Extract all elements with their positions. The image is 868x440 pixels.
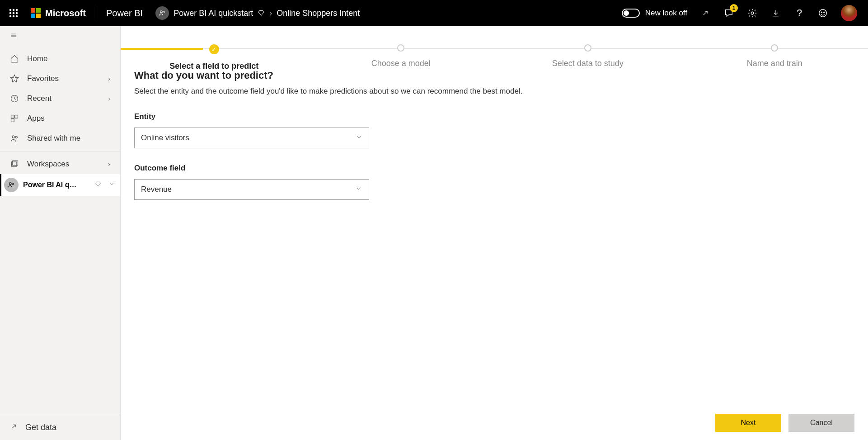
apps-icon [10,114,19,123]
svg-point-14 [824,12,825,13]
nav-home[interactable]: Home [0,49,120,69]
breadcrumb: Power BI AI quickstart › Online Shoppers… [174,9,360,18]
step-choose-model[interactable]: Choose a model [308,44,495,71]
step-select-data[interactable]: Select data to study [494,44,681,71]
get-data-label: Get data [25,423,56,432]
svg-point-24 [12,183,14,185]
step-dot-icon [584,44,591,52]
left-nav: Home Favorites › Recent › Apps Shared wi… [0,26,121,440]
nav-shared[interactable]: Shared with me [0,128,120,148]
breadcrumb-workspace[interactable]: Power BI AI quickstart [174,9,253,18]
chevron-right-icon: › [108,75,110,82]
step-select-field[interactable]: ✓ Select a field to predict [121,44,308,71]
nav-home-label: Home [27,54,47,63]
home-icon [10,54,19,63]
entity-select-value: Online visitors [141,133,189,142]
nav-favorites[interactable]: Favorites › [0,69,120,89]
outcome-select[interactable]: Revenue [134,179,369,200]
new-look-toggle[interactable]: New look off [622,9,687,18]
notification-badge: 1 [730,4,738,12]
get-data-button[interactable]: Get data [0,415,120,440]
svg-rect-17 [15,115,18,118]
step-name-train[interactable]: Name and train [681,44,868,71]
workspaces-icon [10,160,19,169]
chevron-right-icon: › [269,9,272,18]
hamburger-icon [9,33,18,40]
svg-point-8 [16,16,18,17]
step-1-label: Select a field to predict [169,62,258,71]
outcome-select-value: Revenue [141,185,172,194]
new-look-label: New look off [645,9,687,18]
nav-active-workspace-label: Power BI AI q… [23,181,77,189]
waffle-icon [9,9,18,18]
form-title: What do you want to predict? [134,70,854,81]
next-button[interactable]: Next [715,414,781,432]
gear-icon [747,8,757,18]
help-button[interactable]: ? [794,8,805,19]
toggle-switch-icon [622,9,640,18]
workspace-avatar-icon [4,178,19,192]
notifications-button[interactable]: 1 [723,8,734,19]
step-4-label: Name and train [747,59,802,68]
feedback-button[interactable] [817,8,828,19]
microsoft-label: Microsoft [45,8,86,19]
microsoft-brand[interactable]: Microsoft [31,8,86,19]
nav-recent[interactable]: Recent › [0,89,120,109]
svg-point-20 [15,136,17,138]
diamond-icon [95,181,101,189]
wizard-footer: Next Cancel [121,406,868,440]
smile-icon [818,8,828,18]
expand-icon [701,9,710,18]
nav-apps-label: Apps [27,114,45,123]
svg-rect-18 [11,119,14,122]
download-button[interactable] [770,8,781,19]
step-2-label: Choose a model [371,59,431,68]
microsoft-logo-icon [31,8,41,18]
chevron-right-icon: › [108,95,110,102]
svg-point-11 [751,12,754,14]
entity-select[interactable]: Online visitors [134,128,369,148]
top-bar: Microsoft Power BI Power BI AI quickstar… [0,0,868,26]
divider [96,6,96,20]
step-dot-icon [771,44,778,52]
main-content: ✓ Select a field to predict Choose a mod… [121,26,868,440]
svg-rect-22 [13,161,18,166]
nav-favorites-label: Favorites [27,74,59,83]
nav-shared-label: Shared with me [27,134,80,143]
step-done-icon: ✓ [209,44,219,54]
nav-workspaces[interactable]: Workspaces › [0,154,120,174]
app-name[interactable]: Power BI [106,8,143,19]
svg-point-3 [10,13,11,14]
star-icon [10,74,19,83]
diamond-icon [258,9,265,17]
svg-point-5 [16,13,18,14]
fullscreen-button[interactable] [700,8,711,19]
settings-button[interactable] [747,8,758,19]
download-icon [771,9,780,18]
breadcrumb-page[interactable]: Online Shoppers Intent [277,9,360,18]
entity-label: Entity [134,112,854,121]
app-launcher-button[interactable] [5,4,23,22]
svg-point-0 [10,9,11,11]
chevron-down-icon [355,185,362,194]
chevron-down-icon [108,181,115,189]
svg-point-4 [13,13,14,14]
top-controls: New look off 1 ? [622,5,863,21]
svg-point-23 [9,183,12,185]
chevron-right-icon: › [108,161,110,168]
wizard-stepper: ✓ Select a field to predict Choose a mod… [121,26,868,67]
nav-apps[interactable]: Apps [0,109,120,128]
nav-active-workspace[interactable]: Power BI AI q… [0,174,120,196]
workspace-avatar-icon [155,6,169,20]
nav-collapse-button[interactable] [0,26,120,49]
svg-point-19 [12,136,14,138]
help-icon: ? [797,7,802,19]
cancel-button[interactable]: Cancel [788,414,854,432]
user-avatar[interactable] [841,5,857,21]
step-dot-icon [397,44,404,52]
nav-recent-label: Recent [27,94,52,103]
clock-icon [10,94,19,103]
chevron-down-icon [355,133,362,143]
nav-workspaces-label: Workspaces [27,160,69,169]
svg-point-7 [13,16,14,17]
